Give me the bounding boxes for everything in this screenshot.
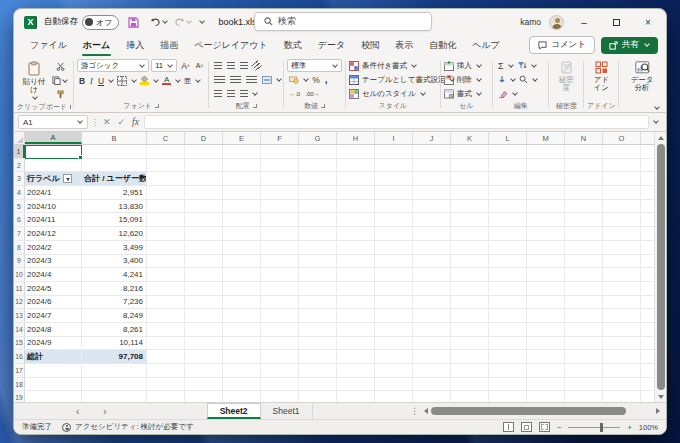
row-header[interactable]: 8 (14, 241, 25, 254)
cell[interactable] (25, 145, 82, 158)
autosave-control[interactable]: 自動保存 オフ (44, 15, 119, 30)
cell[interactable] (337, 323, 375, 336)
cell[interactable] (147, 364, 185, 377)
zoom-level[interactable]: 100% (639, 423, 658, 432)
column-header[interactable]: D (185, 132, 223, 144)
cell[interactable] (603, 323, 641, 336)
cell[interactable] (261, 268, 299, 281)
column-header[interactable]: E (223, 132, 261, 144)
analyze-data-button[interactable]: データ分析 (628, 59, 657, 95)
row-header[interactable]: 16 (14, 350, 25, 363)
pivot-filter-button[interactable] (63, 174, 72, 183)
cell[interactable] (413, 213, 451, 226)
cell[interactable] (185, 337, 223, 350)
cell[interactable] (413, 323, 451, 336)
cell[interactable]: 合計 / ユーザー数 (82, 172, 147, 185)
cell[interactable] (603, 145, 641, 158)
cell[interactable] (451, 391, 489, 402)
fill-button[interactable] (496, 73, 508, 86)
cell[interactable] (223, 255, 261, 268)
cell[interactable] (185, 145, 223, 158)
scroll-up-arrow[interactable] (658, 132, 664, 143)
cell[interactable] (375, 145, 413, 158)
format-painter-button[interactable] (50, 88, 70, 101)
cell[interactable]: 2024/12 (25, 227, 82, 240)
cell[interactable] (527, 200, 565, 213)
cell[interactable] (375, 255, 413, 268)
cell[interactable] (375, 391, 413, 402)
accessibility-status[interactable]: アクセシビリティ: 検討が必要です (62, 422, 194, 432)
cell[interactable] (147, 213, 185, 226)
cell[interactable] (147, 350, 185, 363)
cell[interactable] (603, 255, 641, 268)
cell[interactable] (261, 227, 299, 240)
cell[interactable] (413, 172, 451, 185)
cell[interactable] (565, 350, 603, 363)
autosum-button[interactable]: Σ (496, 59, 506, 72)
cell[interactable] (147, 159, 185, 172)
cell[interactable] (185, 159, 223, 172)
cell[interactable] (489, 172, 527, 185)
cell[interactable] (565, 282, 603, 295)
cell[interactable] (299, 145, 337, 158)
cell[interactable] (337, 159, 375, 172)
cell[interactable] (223, 186, 261, 199)
sensitivity-button[interactable]: 秘密度 (556, 59, 577, 95)
cell[interactable] (25, 364, 82, 377)
cell[interactable] (451, 172, 489, 185)
cell[interactable] (451, 282, 489, 295)
user-name[interactable]: kamo (520, 17, 541, 27)
cell[interactable] (489, 391, 527, 402)
copy-button[interactable] (50, 74, 70, 87)
cell[interactable]: 8,249 (82, 309, 147, 322)
cell[interactable] (527, 255, 565, 268)
cell[interactable] (261, 364, 299, 377)
cell[interactable] (82, 378, 147, 391)
cell-styles-button[interactable]: セルのスタイル (349, 87, 426, 100)
cell[interactable] (489, 350, 527, 363)
cell[interactable] (299, 350, 337, 363)
cell[interactable] (375, 159, 413, 172)
formula-bar-splitter[interactable]: ⋮ (91, 118, 98, 127)
scroll-right-arrow[interactable] (656, 408, 660, 414)
cell[interactable] (375, 227, 413, 240)
number-format-combo[interactable]: 標準 (287, 59, 342, 72)
cell[interactable] (299, 378, 337, 391)
row-header[interactable]: 12 (14, 296, 25, 309)
name-box[interactable]: A1 (18, 115, 88, 129)
cell[interactable] (223, 213, 261, 226)
cell[interactable] (565, 391, 603, 402)
ribbon-tab[interactable]: 自動化 (421, 36, 464, 57)
tab-scroll-splitter[interactable]: ⋮ (410, 406, 419, 416)
cell[interactable] (489, 213, 527, 226)
cell[interactable] (223, 159, 261, 172)
comma-style-button[interactable]: , (323, 73, 330, 86)
cell[interactable] (261, 241, 299, 254)
cell[interactable]: 12,620 (82, 227, 147, 240)
cell[interactable] (82, 391, 147, 402)
align-right-button[interactable] (244, 73, 259, 86)
cell[interactable] (375, 309, 413, 322)
cell[interactable] (603, 337, 641, 350)
cell[interactable] (375, 186, 413, 199)
cell[interactable] (375, 213, 413, 226)
cell[interactable] (527, 337, 565, 350)
cell[interactable] (147, 227, 185, 240)
cell[interactable] (185, 172, 223, 185)
cell[interactable] (413, 255, 451, 268)
cell[interactable]: 97,708 (82, 350, 147, 363)
paste-button[interactable]: 貼り付け (18, 59, 50, 101)
middle-align-button[interactable] (225, 59, 237, 72)
cell[interactable] (147, 200, 185, 213)
cell[interactable]: 2024/2 (25, 241, 82, 254)
cell[interactable] (527, 172, 565, 185)
cell[interactable] (147, 186, 185, 199)
cell[interactable] (489, 323, 527, 336)
cancel-entry-button[interactable]: ✕ (101, 117, 113, 127)
cell[interactable]: 2,951 (82, 186, 147, 199)
cell[interactable]: 2024/8 (25, 323, 82, 336)
cell[interactable] (527, 296, 565, 309)
cell[interactable] (185, 323, 223, 336)
select-all-corner[interactable] (14, 132, 25, 144)
cell[interactable] (413, 268, 451, 281)
